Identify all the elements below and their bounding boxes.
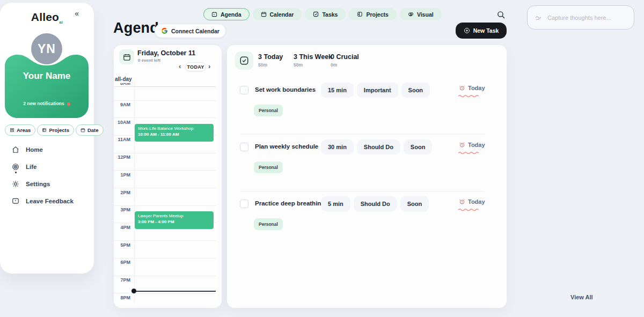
alarm-clock-icon (459, 142, 465, 148)
stat-today-duration: 50m (258, 62, 283, 68)
due-underline-squiggle (458, 151, 481, 154)
new-task-button[interactable]: New Task (456, 23, 507, 39)
calendar-header-icon (119, 49, 134, 64)
home-icon (12, 146, 19, 153)
sidebar-item-leave-feedback[interactable]: Leave Feedback (12, 197, 87, 205)
hour-line (114, 100, 216, 101)
calendar-prev-icon[interactable]: ‹ (179, 62, 181, 70)
priority-pill[interactable]: Important (357, 83, 398, 98)
event-time: 10:00 AM - 11:00 AM (138, 131, 210, 137)
hour-line (114, 153, 216, 153)
tasks-card: 3 Today 50m 3 This Week 50m 0 Crucial 0m… (227, 45, 507, 308)
current-time-dot[interactable] (131, 289, 136, 293)
plus-circle-icon (464, 27, 470, 34)
calendar-icon (261, 11, 267, 17)
tab-visual[interactable]: Visual (400, 8, 442, 20)
priority-pill[interactable]: Should Do (357, 139, 400, 154)
stat-crucial-duration: 0m (331, 62, 359, 68)
tab-tasks[interactable]: Tasks (305, 8, 346, 20)
connect-calendar-button[interactable]: Connect Calendar (155, 24, 226, 38)
projects-icon (42, 128, 47, 132)
time-label: 6PM (114, 260, 130, 265)
time-label: 9AM (114, 102, 130, 107)
tasks-header-icon (235, 51, 253, 70)
time-label: 8PM (114, 295, 130, 300)
avatar[interactable]: YN (31, 33, 62, 64)
task-checkbox[interactable] (240, 86, 248, 94)
time-label: 11AM (114, 137, 130, 142)
time-label: 12PM (114, 154, 130, 160)
calendar-card: Friday, October 11 0 event left ‹ TODAY … (114, 45, 222, 308)
sidebar-item-settings[interactable]: Settings (12, 180, 87, 188)
areas-icon (10, 128, 14, 132)
notification-dot (67, 102, 70, 106)
task-title[interactable]: Set work boundaries (255, 86, 316, 93)
hour-line (114, 258, 216, 259)
tab-projects[interactable]: Projects (349, 8, 396, 20)
filter-projects[interactable]: Projects (37, 124, 74, 136)
row-divider (240, 191, 485, 191)
feedback-icon (12, 197, 19, 205)
logo-suffix: ai (59, 20, 63, 25)
task-title[interactable]: Practice deep breathing (255, 200, 325, 207)
event-time: 3:00 PM - 4:00 PM (138, 219, 210, 225)
due-badge[interactable]: Today (459, 142, 485, 148)
notifications-label[interactable]: 2 new notifications (5, 101, 89, 106)
main-tabs: Agenda Calendar Tasks Projects Visual (203, 8, 442, 20)
when-pill[interactable]: Soon (401, 83, 430, 98)
events-left-label: 0 event left (138, 58, 160, 63)
current-time-line (134, 291, 216, 292)
hour-line (114, 276, 216, 276)
stat-this-week: 3 This Week 50m (294, 53, 332, 68)
projects-tab-icon (357, 11, 363, 17)
stat-crucial: 0 Crucial 0m (331, 53, 359, 68)
duration-pill[interactable]: 5 min (321, 196, 350, 211)
task-checkbox[interactable] (240, 143, 248, 151)
when-pill[interactable]: Soon (404, 139, 433, 154)
task-row: Plan weekly schedule 30 min Should Do So… (240, 141, 489, 195)
task-tag-personal[interactable]: Personal (254, 218, 283, 230)
filter-date[interactable]: Date (76, 124, 104, 136)
capture-thoughts-input[interactable] (547, 14, 626, 21)
google-logo (161, 27, 168, 34)
calendar-date-title: Friday, October 11 (137, 49, 195, 57)
priority-pill[interactable]: Should Do (354, 196, 397, 211)
hour-line (114, 170, 216, 171)
time-label: 3PM (114, 207, 130, 212)
task-row: Practice deep breathing 5 min Should Do … (240, 198, 489, 252)
due-underline-squiggle (458, 208, 481, 211)
calendar-grid: all-day 8AM9AM10AM11AM12PM1PM2PM3PM4PM5P… (114, 75, 216, 308)
tab-agenda[interactable]: Agenda (203, 8, 250, 20)
sidebar-collapse-icon[interactable]: « (75, 9, 79, 18)
time-label: 4PM (114, 225, 130, 230)
duration-pill[interactable]: 15 min (321, 83, 354, 98)
search-icon[interactable] (496, 10, 506, 19)
filter-row: Areas Projects Date (5, 124, 89, 136)
time-label: 10AM (114, 120, 130, 125)
calendar-next-icon[interactable]: › (208, 62, 210, 70)
capture-thoughts-box[interactable] (527, 5, 634, 30)
sidebar-item-life[interactable]: Life (12, 163, 87, 171)
view-all-link[interactable]: View All (570, 294, 593, 300)
hour-line (114, 240, 216, 241)
due-badge[interactable]: Today (459, 85, 485, 91)
stat-this-week-duration: 50m (294, 62, 332, 68)
time-column-divider (134, 75, 135, 303)
when-pill[interactable]: Soon (400, 196, 429, 211)
tab-calendar[interactable]: Calendar (253, 8, 302, 20)
time-label: 7PM (114, 277, 130, 283)
sidebar-item-home[interactable]: Home (12, 145, 87, 154)
calendar-event[interactable]: Lawyer Parents Meetup3:00 PM - 4:00 PM (135, 211, 214, 229)
duration-pill[interactable]: 30 min (321, 139, 354, 154)
hour-line (114, 205, 216, 206)
task-tag-personal[interactable]: Personal (254, 161, 283, 173)
task-title[interactable]: Plan weekly schedule (255, 143, 318, 150)
all-day-separator (114, 86, 216, 87)
task-checkbox[interactable] (240, 200, 248, 208)
due-badge[interactable]: Today (459, 198, 485, 205)
time-label: 2PM (114, 190, 130, 195)
today-button[interactable]: TODAY (185, 62, 206, 71)
filter-areas[interactable]: Areas (5, 124, 35, 136)
task-tag-personal[interactable]: Personal (254, 105, 283, 116)
calendar-event[interactable]: Work-Life Balance Workshop10:00 AM - 11:… (135, 124, 214, 142)
